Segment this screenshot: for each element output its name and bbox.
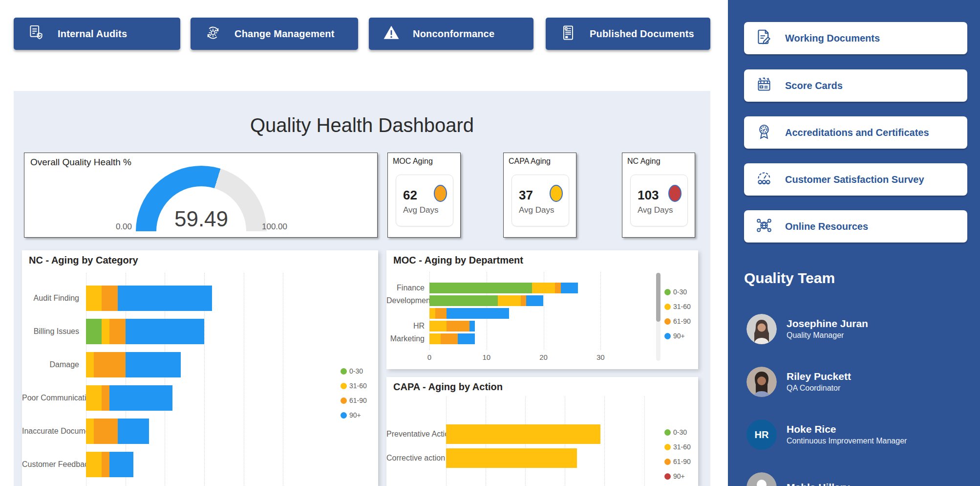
bar-segment-90+[interactable] <box>458 333 475 344</box>
bar <box>86 286 330 311</box>
bar-segment-90+[interactable] <box>109 385 172 411</box>
avatar-initials: HR <box>746 420 777 450</box>
moc-aging-kpi-card[interactable]: MOC Aging 62 Avg Days <box>387 153 461 238</box>
team-member-name: Mable Hillery <box>787 481 850 486</box>
bar-segment-61-90[interactable] <box>555 283 561 293</box>
top-button-label: Nonconformance <box>413 28 494 40</box>
bar-segment-90+[interactable] <box>526 295 543 306</box>
legend-item: 0-30 <box>664 285 691 299</box>
legend-item: 61-90 <box>664 454 691 469</box>
x-tick-label: 20 <box>539 353 548 361</box>
bar-segment-31-60[interactable] <box>86 385 102 411</box>
legend-label: 90+ <box>349 411 361 419</box>
bar <box>429 333 658 344</box>
overall-quality-gauge-card[interactable]: Overall Quality Health % 59.49 0.00 100.… <box>24 153 378 238</box>
team-member-name: Josephine Juran <box>787 317 868 330</box>
legend-item: 0-30 <box>341 364 367 378</box>
chart-scrollbar[interactable] <box>656 273 660 361</box>
bar-segment-0-30[interactable] <box>86 319 102 344</box>
legend-dot <box>664 333 671 339</box>
team-member-row: Josephine Juran Quality Manager <box>746 314 868 344</box>
legend-dot <box>664 429 671 436</box>
bar-segment-31-60[interactable] <box>429 333 441 344</box>
capa-aging-kpi-card[interactable]: CAPA Aging 37 Avg Days <box>503 153 576 238</box>
chart-row: Development <box>386 294 698 307</box>
bar-segment-31-60[interactable] <box>429 308 435 319</box>
bar-segment-31-60[interactable] <box>532 283 555 293</box>
team-member-name: Riley Puckett <box>787 370 851 383</box>
bar-segment-31-60[interactable] <box>86 452 102 477</box>
legend-label: 0-30 <box>349 367 363 375</box>
bar-segment-61-90[interactable] <box>447 321 469 331</box>
bar-segment-90+[interactable] <box>126 319 204 344</box>
working-documents-button[interactable]: Working Documents <box>744 22 967 54</box>
bar-segment-61-90[interactable] <box>435 308 447 319</box>
bar-segment-90+[interactable] <box>118 419 149 444</box>
published-documents-button[interactable]: Published Documents <box>546 18 710 50</box>
team-member-row: HR Hoke Rice Continuous Improvement Mana… <box>746 420 907 450</box>
change-management-icon <box>204 24 222 44</box>
bar-segment-31-60[interactable] <box>102 319 109 344</box>
bar-segment-61-90[interactable] <box>109 319 125 344</box>
moc-aging-chart[interactable]: MOC - Aging by Department FinanceDevelop… <box>386 250 698 369</box>
legend-label: 31-60 <box>349 382 367 390</box>
internal-audits-button[interactable]: Internal Audits <box>14 18 180 50</box>
bar <box>429 308 658 319</box>
bar-segment-31-60[interactable] <box>446 448 577 468</box>
gauge-value: 59.49 <box>152 207 250 231</box>
bar-segment-31-60[interactable] <box>446 424 600 444</box>
legend-item: 31-60 <box>664 299 691 314</box>
bar-segment-90+[interactable] <box>469 321 475 331</box>
bar <box>86 352 330 377</box>
nc-aging-chart[interactable]: NC - Aging by Category Audit FindingBill… <box>22 250 378 486</box>
category-label: Development <box>386 296 429 305</box>
side-button-label: Score Cards <box>785 80 843 91</box>
scrollbar-thumb[interactable] <box>656 273 660 322</box>
bar <box>86 319 330 344</box>
nonconformance-button[interactable]: Nonconformance <box>369 18 533 50</box>
bar-segment-61-90[interactable] <box>94 352 126 377</box>
chart-row: Damage <box>22 348 378 381</box>
bar-segment-90+[interactable] <box>126 352 181 377</box>
kpi-title: CAPA Aging <box>509 157 551 166</box>
online-resources-button[interactable]: Online Resources <box>744 210 967 243</box>
change-management-button[interactable]: Change Management <box>191 18 358 50</box>
bar-segment-90+[interactable] <box>109 452 133 477</box>
bar-segment-90+[interactable] <box>118 286 213 311</box>
bar-segment-90+[interactable] <box>561 283 578 293</box>
capa-aging-chart[interactable]: CAPA - Aging by Action Preventative Acti… <box>386 377 698 486</box>
bar-segment-61-90[interactable] <box>102 452 109 477</box>
accreditations-button[interactable]: Accreditations and Certificates <box>744 116 967 149</box>
nc-aging-kpi-card[interactable]: NC Aging 103 Avg Days <box>622 153 695 238</box>
kpi-title: NC Aging <box>627 157 660 166</box>
working-documents-icon <box>755 28 773 48</box>
bar <box>446 448 660 468</box>
chart-row: HR <box>386 320 698 332</box>
bar-segment-61-90[interactable] <box>521 295 527 306</box>
bar-segment-0-30[interactable] <box>429 295 498 306</box>
bar-segment-61-90[interactable] <box>94 419 117 444</box>
customer-satisfaction-survey-button[interactable]: Customer Satisfaction Survey <box>744 163 967 196</box>
legend-item: 90+ <box>341 408 367 422</box>
bar-segment-0-30[interactable] <box>429 283 532 293</box>
legend-dot <box>664 318 671 325</box>
avatar <box>746 367 777 397</box>
chart-legend: 0-3031-6061-9090+ <box>341 364 367 422</box>
bar-segment-31-60[interactable] <box>86 419 94 444</box>
bar-segment-61-90[interactable] <box>441 333 458 344</box>
legend-label: 31-60 <box>673 303 691 310</box>
score-cards-button[interactable]: Score Cards <box>744 69 967 102</box>
bar-segment-61-90[interactable] <box>102 286 117 311</box>
bar <box>429 283 658 293</box>
chart-legend: 0-3031-6061-9090+ <box>664 285 691 343</box>
chart-row: Corrective action <box>386 446 698 470</box>
bar-segment-31-60[interactable] <box>86 352 94 377</box>
avatar <box>746 314 777 344</box>
team-member-row: Riley Puckett QA Coordinator <box>746 367 851 397</box>
bar-segment-90+[interactable] <box>447 308 509 319</box>
bar-segment-31-60[interactable] <box>498 295 521 306</box>
chart-title: MOC - Aging by Department <box>393 255 523 266</box>
bar-segment-31-60[interactable] <box>429 321 447 331</box>
bar-segment-61-90[interactable] <box>102 385 109 411</box>
bar-segment-31-60[interactable] <box>86 286 102 311</box>
